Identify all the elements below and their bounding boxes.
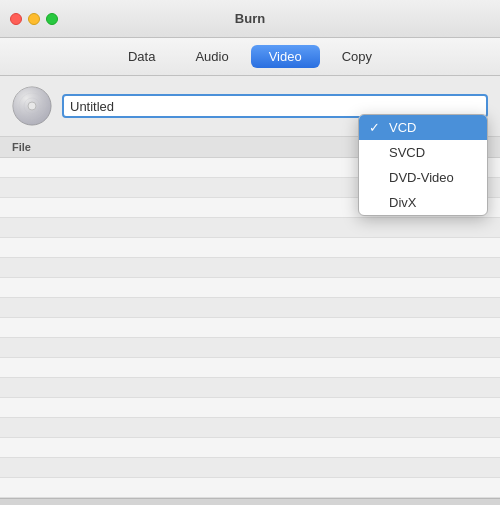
table-row (0, 238, 500, 258)
table-row (0, 378, 500, 398)
dropdown-menu: ✓ VCD ✓ SVCD ✓ DVD-Video ✓ DivX (358, 114, 488, 216)
format-dropdown[interactable]: ✓ VCD ✓ SVCD ✓ DVD-Video ✓ DivX (358, 114, 488, 216)
checkmark-icon: ✓ (369, 120, 385, 135)
table-row (0, 478, 500, 498)
table-row (0, 438, 500, 458)
tab-bar: Data Audio Video Copy (0, 38, 500, 76)
table-row (0, 418, 500, 438)
table-row (0, 358, 500, 378)
tab-data[interactable]: Data (110, 45, 173, 68)
dropdown-option-svcd[interactable]: ✓ SVCD (359, 140, 487, 165)
tab-video[interactable]: Video (251, 45, 320, 68)
bottom-bar: - + ⚙ ▾ Total size: 0 KB (0, 498, 500, 505)
tab-copy[interactable]: Copy (324, 45, 390, 68)
disc-row: ✓ VCD ✓ SVCD ✓ DVD-Video ✓ DivX (0, 76, 500, 136)
table-row (0, 298, 500, 318)
dropdown-option-vcd[interactable]: ✓ VCD (359, 115, 487, 140)
table-row (0, 338, 500, 358)
maximize-button[interactable] (46, 13, 58, 25)
table-row (0, 218, 500, 238)
dropdown-option-divx[interactable]: ✓ DivX (359, 190, 487, 215)
table-row (0, 258, 500, 278)
close-button[interactable] (10, 13, 22, 25)
empty-checkmark: ✓ (369, 145, 385, 160)
table-row (0, 318, 500, 338)
file-column-header: File (12, 141, 31, 153)
window-title: Burn (235, 11, 265, 26)
minimize-button[interactable] (28, 13, 40, 25)
traffic-lights (10, 13, 58, 25)
dropdown-option-dvd-video[interactable]: ✓ DVD-Video (359, 165, 487, 190)
table-row (0, 398, 500, 418)
tab-audio[interactable]: Audio (177, 45, 246, 68)
svg-point-2 (28, 102, 36, 110)
title-bar: Burn (0, 0, 500, 38)
disc-icon (12, 86, 52, 126)
table-row (0, 278, 500, 298)
table-row (0, 458, 500, 478)
empty-checkmark-3: ✓ (369, 195, 385, 210)
empty-checkmark-2: ✓ (369, 170, 385, 185)
